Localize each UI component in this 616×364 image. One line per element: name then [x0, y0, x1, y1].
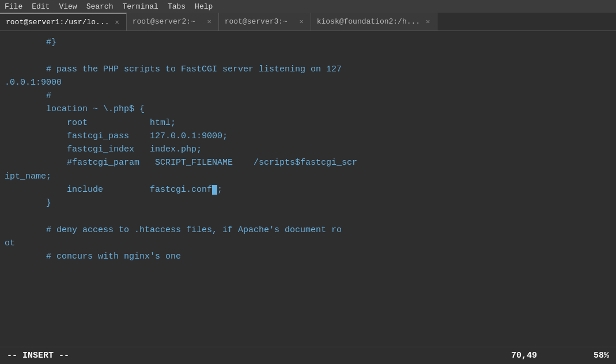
statusbar: -- INSERT -- 70,49 58%: [0, 347, 616, 364]
cursor-position: 70,49 58%: [511, 351, 609, 361]
close-icon-tab2[interactable]: ✕: [206, 17, 212, 26]
menu-terminal[interactable]: Terminal: [122, 2, 158, 11]
tab-label-server3: root@server3:~: [225, 17, 294, 26]
tab-label-server1: root@server1:/usr/lo...: [6, 18, 109, 26]
close-icon-tab1[interactable]: ✕: [114, 18, 120, 26]
position-text: 70,49: [511, 351, 537, 361]
menu-file[interactable]: File: [5, 2, 22, 11]
terminal-content[interactable]: #} # pass the PHP scripts to FastCGI ser…: [0, 31, 616, 364]
menu-help[interactable]: Help: [195, 2, 213, 11]
scroll-percent: 58%: [594, 351, 609, 361]
close-icon-tab4[interactable]: ✕: [425, 17, 431, 26]
tabbar: root@server1:/usr/lo... ✕ root@server2:~…: [0, 13, 616, 31]
menu-view[interactable]: View: [59, 2, 77, 11]
tab-server2[interactable]: root@server2:~ ✕: [127, 13, 219, 31]
tab-label-server2: root@server2:~: [133, 17, 202, 26]
tab-server3[interactable]: root@server3:~ ✕: [219, 13, 311, 31]
menu-tabs[interactable]: Tabs: [168, 2, 186, 11]
terminal-text: #} # pass the PHP scripts to FastCGI ser…: [0, 36, 616, 263]
vim-mode: -- INSERT --: [7, 351, 69, 361]
tab-server1[interactable]: root@server1:/usr/lo... ✕: [0, 13, 127, 31]
menubar: File Edit View Search Terminal Tabs Help: [0, 0, 616, 13]
menu-edit[interactable]: Edit: [32, 2, 50, 11]
tab-label-foundation2: kiosk@foundation2:/h...: [317, 17, 420, 26]
menu-search[interactable]: Search: [86, 2, 114, 11]
tab-foundation2[interactable]: kiosk@foundation2:/h... ✕: [311, 13, 438, 31]
close-icon-tab3[interactable]: ✕: [298, 17, 304, 26]
